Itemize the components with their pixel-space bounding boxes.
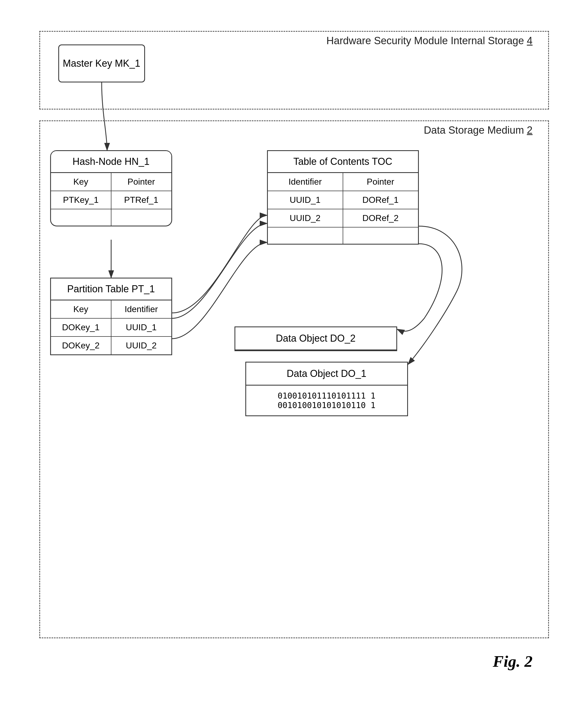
hash-node-row-1: PTKey_1 PTRef_1 — [51, 191, 171, 209]
hash-node-row1-key: PTKey_1 — [51, 191, 111, 209]
pt-row2-key: DOKey_2 — [51, 337, 111, 354]
data-bits-line2: 001010010101010110 1 — [249, 401, 404, 410]
toc-title: Table of Contents TOC — [268, 151, 418, 173]
hash-node-col-key: Key — [51, 173, 111, 191]
partition-table-row-2: DOKey_2 UUID_2 — [51, 337, 171, 354]
toc-row3-pointer — [343, 227, 418, 244]
hash-node-row2-key — [51, 209, 111, 226]
hsm-label-text: Hardware Security Module Internal Storag… — [327, 35, 524, 46]
pt-row1-id: UUID_1 — [111, 319, 171, 336]
hash-node-col-pointer: Pointer — [111, 173, 171, 191]
hash-node-header-row: Key Pointer — [51, 173, 171, 191]
toc-header-row: Identifier Pointer — [268, 173, 418, 191]
do1-data: 010010101110101111 1 001010010101010110 … — [246, 386, 407, 415]
hsm-label: Hardware Security Module Internal Storag… — [327, 35, 532, 47]
toc-row3-id — [268, 227, 343, 244]
data-bits-line1: 010010101110101111 1 — [249, 391, 404, 401]
do2-box: Data Object DO_2 — [234, 326, 397, 351]
toc-row-2: UUID_2 DORef_2 — [268, 209, 418, 227]
partition-table-header-row: Key Identifier — [51, 301, 171, 319]
partition-table-box: Partition Table PT_1 Key Identifier DOKe… — [50, 278, 172, 355]
partition-table-title: Partition Table PT_1 — [51, 279, 171, 301]
hsm-ref: 4 — [527, 35, 532, 46]
toc-row2-id: UUID_2 — [268, 209, 343, 227]
dsm-label: Data Storage Medium 2 — [424, 124, 532, 136]
do1-title: Data Object DO_1 — [246, 363, 407, 386]
fig-label: Fig. 2 — [493, 652, 533, 671]
do2-title: Data Object DO_2 — [235, 327, 396, 350]
master-key-title: Master Key MK_1 — [63, 58, 140, 69]
toc-col-pointer: Pointer — [343, 173, 418, 191]
pt-col-identifier: Identifier — [111, 301, 171, 318]
toc-col-identifier: Identifier — [268, 173, 343, 191]
toc-row1-id: UUID_1 — [268, 191, 343, 209]
master-key-box: Master Key MK_1 — [58, 44, 145, 82]
pt-col-key: Key — [51, 301, 111, 318]
hash-node-row2-pointer — [111, 209, 171, 226]
toc-box: Table of Contents TOC Identifier Pointer… — [267, 150, 419, 245]
toc-row2-pointer: DORef_2 — [343, 209, 418, 227]
dsm-label-text: Data Storage Medium — [424, 124, 524, 136]
dsm-ref: 2 — [527, 124, 532, 136]
hash-node-box: Hash-Node HN_1 Key Pointer PTKey_1 PTRef… — [50, 150, 172, 226]
hash-node-row1-pointer: PTRef_1 — [111, 191, 171, 209]
toc-row-1: UUID_1 DORef_1 — [268, 191, 418, 209]
pt-row1-key: DOKey_1 — [51, 319, 111, 336]
toc-row1-pointer: DORef_1 — [343, 191, 418, 209]
do1-box: Data Object DO_1 010010101110101111 1 00… — [245, 362, 408, 416]
pt-row2-id: UUID_2 — [111, 337, 171, 354]
partition-table-row-1: DOKey_1 UUID_1 — [51, 319, 171, 337]
hash-node-row-2 — [51, 209, 171, 226]
hash-node-title: Hash-Node HN_1 — [51, 151, 171, 173]
toc-row-3 — [268, 227, 418, 244]
